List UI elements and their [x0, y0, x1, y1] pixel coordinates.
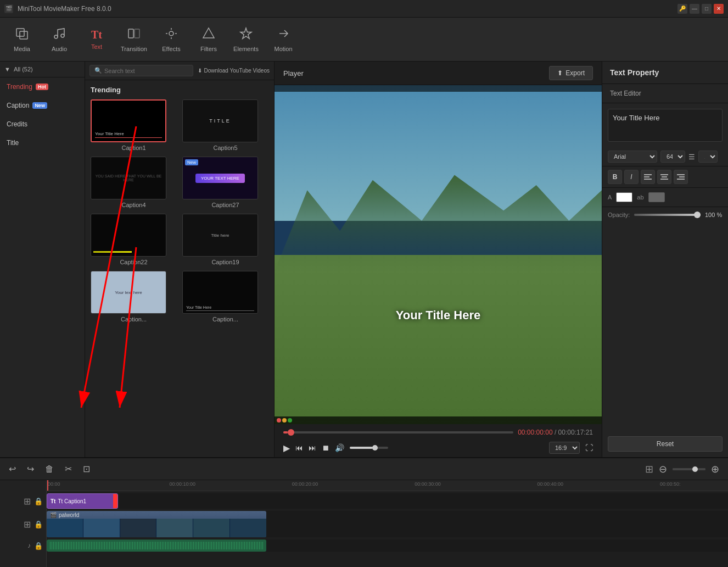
volume-button[interactable]: 🔊: [335, 443, 344, 452]
font-color-swatch[interactable]: [616, 192, 632, 202]
caption-resize-handle[interactable]: [113, 494, 117, 508]
lock-caption-icon[interactable]: 🔒: [34, 497, 43, 505]
zoom-in-button[interactable]: ⊕: [709, 461, 721, 477]
bg-color-swatch[interactable]: [648, 192, 665, 202]
zoom-out-button[interactable]: ⊖: [657, 461, 669, 477]
video-thumb: [193, 519, 230, 537]
player-title: Player: [283, 69, 304, 77]
search-input[interactable]: [104, 68, 188, 74]
list-item[interactable]: Caption22: [91, 214, 177, 265]
toolbar-filters[interactable]: Filters: [191, 21, 226, 58]
stop-button[interactable]: ⏹: [322, 443, 329, 452]
italic-button[interactable]: I: [624, 170, 639, 184]
center-content: Trending Your Title Here Caption1 TITL: [85, 80, 274, 457]
progress-bar[interactable]: [283, 431, 513, 433]
list-select[interactable]: 1: [698, 151, 718, 163]
video-clip[interactable]: 🎬 palworld: [47, 511, 266, 537]
font-select[interactable]: Arial: [608, 151, 657, 163]
playhead[interactable]: [47, 480, 48, 491]
progress-handle[interactable]: [288, 429, 294, 436]
audio-track: [47, 540, 728, 552]
toolbar-media[interactable]: Media: [4, 21, 40, 58]
sidebar-item-trending[interactable]: Trending Hot: [0, 77, 85, 96]
caption-clip-label: Tt Caption1: [58, 498, 86, 504]
ratio-select[interactable]: 16:9 4:3 9:16: [549, 442, 580, 454]
list-item[interactable]: Your Title Here Caption1: [91, 99, 177, 151]
delete-button[interactable]: 🗑: [43, 462, 56, 476]
toolbar-text[interactable]: Tt Text: [79, 21, 114, 58]
add-track-icon[interactable]: ⊞: [24, 496, 31, 507]
list-item[interactable]: TITLE Caption5: [182, 99, 268, 151]
zoom-slider[interactable]: [673, 468, 705, 470]
maximize-btn[interactable]: □: [702, 4, 712, 14]
thumb-last1[interactable]: Your text here: [91, 271, 166, 314]
cut-button[interactable]: ✂: [63, 462, 74, 476]
list-item[interactable]: Your text here Caption...: [91, 271, 177, 323]
caption-clip[interactable]: Tt Tt Caption1: [47, 493, 118, 509]
volume-slider[interactable]: [350, 447, 388, 449]
audio-clip[interactable]: [47, 540, 266, 552]
toolbar-elements[interactable]: Elements: [228, 21, 264, 58]
color-row: A ab: [602, 188, 728, 207]
zoom-handle[interactable]: [692, 466, 698, 472]
svg-marker-7: [203, 28, 214, 38]
thumb-caption27[interactable]: New YOUR TEXT HERE: [182, 157, 258, 199]
video-clip-label: 🎬 palworld: [50, 512, 79, 518]
opacity-handle[interactable]: [694, 212, 701, 218]
thumb-caption22[interactable]: [91, 214, 166, 257]
reset-button[interactable]: Reset: [608, 436, 723, 452]
track-area: 00:00 00:00:10:00 00:00:20:00 00:00:30:0…: [47, 480, 728, 567]
download-youtube-btn[interactable]: ⬇ Download YouTube Videos: [198, 68, 270, 74]
list-item[interactable]: Your Title Here Caption...: [182, 271, 268, 323]
next-frame-button[interactable]: ⏭: [309, 443, 316, 452]
align-left-button[interactable]: [641, 170, 655, 184]
ruler-mark: 00:00:20:00: [292, 481, 318, 487]
thumb-caption19[interactable]: Title here: [182, 214, 258, 257]
audio-label: Audio: [52, 46, 67, 52]
toolbar-motion[interactable]: Motion: [266, 21, 301, 58]
text-editor-area[interactable]: Your Title Here: [608, 109, 723, 142]
text-label: Text: [91, 43, 102, 50]
left-panel-header: ▼ All (52): [0, 62, 85, 77]
window-controls: 🔑 — □ ✕: [677, 4, 724, 14]
list-item[interactable]: Title here Caption19: [182, 214, 268, 265]
play-button[interactable]: ▶: [283, 443, 290, 453]
toolbar-audio[interactable]: Audio: [42, 21, 77, 58]
crop-button[interactable]: ⊡: [81, 462, 92, 476]
video-track-controls: ⊞ 🔒: [0, 511, 46, 537]
list-item[interactable]: New YOUR TEXT HERE Caption27: [182, 157, 268, 208]
ruler-mark: 00:00:30:00: [415, 481, 441, 487]
prev-frame-button[interactable]: ⏮: [295, 443, 303, 452]
lock-video-icon[interactable]: 🔒: [34, 520, 43, 529]
close-btn[interactable]: ✕: [714, 4, 724, 14]
toolbar-effects[interactable]: Effects: [154, 21, 189, 58]
thumb-caption1[interactable]: Your Title Here: [91, 99, 166, 142]
toolbar-transition[interactable]: Transition: [116, 21, 152, 58]
thumb-caption5[interactable]: TITLE: [182, 99, 258, 142]
fullscreen-button[interactable]: ⛶: [585, 443, 593, 452]
size-select[interactable]: 64: [660, 151, 685, 163]
key-btn[interactable]: 🔑: [677, 4, 687, 14]
align-center-button[interactable]: [657, 170, 671, 184]
sidebar-item-caption[interactable]: Caption New: [0, 96, 85, 115]
opacity-slider[interactable]: [634, 214, 701, 216]
list-item[interactable]: YOU SAID HERE THAT YOU WILL BE HERE Capt…: [91, 157, 177, 208]
add-video-track-icon[interactable]: ⊞: [24, 519, 31, 530]
undo-button[interactable]: ↩: [7, 462, 18, 476]
time-current: 00:00:00:00: [518, 429, 552, 436]
redo-button[interactable]: ↪: [25, 462, 36, 476]
title-bar: 🎬 MiniTool MovieMaker Free 8.0.0 🔑 — □ ✕: [0, 0, 728, 18]
minimize-btn[interactable]: —: [690, 4, 699, 14]
bold-button[interactable]: B: [608, 170, 622, 184]
thumb-caption4[interactable]: YOU SAID HERE THAT YOU WILL BE HERE: [91, 157, 166, 199]
sidebar-item-title[interactable]: Title: [0, 134, 85, 152]
search-box[interactable]: 🔍: [89, 65, 193, 76]
thumb-last2[interactable]: Your Title Here: [182, 271, 258, 314]
all-category[interactable]: ▼ All (52): [4, 66, 80, 73]
align-right-button[interactable]: [674, 170, 688, 184]
export-button[interactable]: ⬆ Export: [549, 66, 593, 80]
volume-handle[interactable]: [372, 445, 378, 451]
sidebar-item-credits[interactable]: Credits: [0, 115, 85, 134]
lock-audio-icon[interactable]: 🔒: [34, 542, 43, 550]
video-track: 🎬 palworld: [47, 511, 728, 537]
